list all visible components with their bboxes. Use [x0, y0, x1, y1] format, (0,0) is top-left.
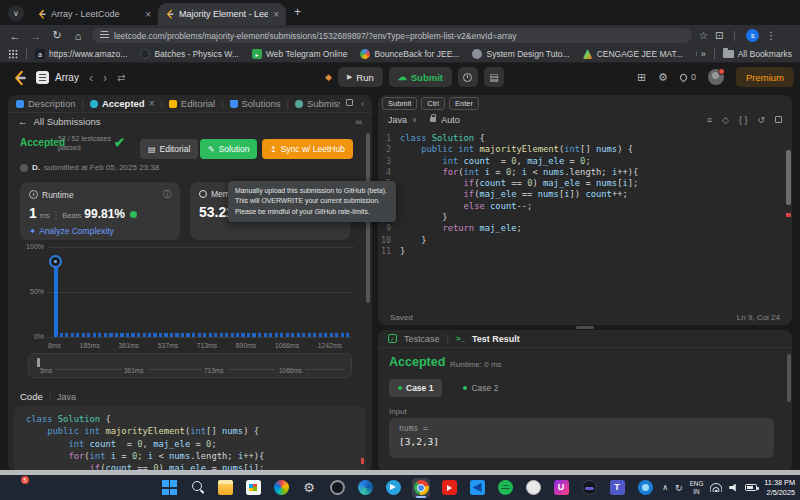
- editor-code-area[interactable]: 1class Solution {2 public int majorityEl…: [378, 133, 784, 257]
- home-icon[interactable]: ⌂: [71, 30, 85, 42]
- tab-testcase[interactable]: Testcase: [404, 334, 440, 344]
- solution-button[interactable]: ✎ Solution: [200, 139, 257, 159]
- bookmark-icon[interactable]: ◇: [722, 115, 729, 125]
- taskbar-youtube-icon[interactable]: [440, 478, 458, 498]
- runtime-spike-bar[interactable]: [54, 261, 58, 338]
- problem-list-nav[interactable]: Array: [36, 71, 79, 84]
- bookmarks-overflow-icon[interactable]: »: [701, 49, 706, 59]
- all-bookmarks-button[interactable]: All Bookmarks: [723, 49, 792, 59]
- address-bar[interactable]: leetcode.com/problems/majority-element/s…: [92, 28, 692, 43]
- taskbar-camera-icon[interactable]: [328, 478, 346, 498]
- taskbar-python-icon[interactable]: [636, 478, 654, 498]
- bookmark-star-icon[interactable]: ☆: [699, 30, 708, 41]
- settings-gear-icon[interactable]: ⚙: [658, 71, 668, 84]
- taskbar-search-icon[interactable]: [188, 478, 206, 498]
- selected-runtime-marker[interactable]: [49, 255, 62, 268]
- taskbar-telegram-icon[interactable]: [384, 478, 402, 498]
- sync-leethub-button[interactable]: ↥ Sync w/ LeetHub: [262, 139, 353, 159]
- bookmark-item[interactable]: Web Telegram Online: [252, 49, 347, 59]
- tab-solutions[interactable]: Solutions: [230, 98, 281, 109]
- language-selector[interactable]: Java: [388, 115, 407, 125]
- taskbar-moon-icon[interactable]: [580, 478, 598, 498]
- share-link-icon[interactable]: ∞: [356, 117, 362, 127]
- forward-icon[interactable]: →: [29, 30, 43, 42]
- browser-tab-majority-element[interactable]: Majority Element - LeetCode ×: [158, 3, 286, 25]
- format-code-icon[interactable]: ≡: [707, 115, 712, 125]
- tab-test-result[interactable]: Test Result: [472, 334, 520, 344]
- language-indicator[interactable]: ENG IN: [690, 480, 704, 496]
- case-2-button[interactable]: Case 2: [454, 379, 507, 397]
- taskbar-photos-icon[interactable]: [272, 478, 290, 498]
- timer-button[interactable]: [458, 67, 478, 87]
- prev-problem-icon[interactable]: ‹: [89, 71, 93, 85]
- fullscreen-icon[interactable]: [775, 116, 782, 123]
- window-menu-button[interactable]: ∨: [8, 5, 24, 21]
- run-button[interactable]: ▶ Run: [338, 67, 383, 87]
- browser-menu-icon[interactable]: ⋮: [766, 30, 776, 41]
- tab-close-icon[interactable]: ×: [145, 9, 151, 20]
- tab-submissions[interactable]: Submissions: [295, 98, 340, 109]
- panel-resize-handle[interactable]: [576, 326, 594, 329]
- submit-button[interactable]: ☁ Submit: [389, 67, 452, 87]
- reset-code-icon[interactable]: ↺: [757, 115, 765, 125]
- taskbar-explorer-icon[interactable]: [216, 478, 234, 498]
- taskbar-store-icon[interactable]: [244, 478, 262, 498]
- streak-counter[interactable]: 0: [680, 72, 696, 82]
- taskbar-intellij-icon[interactable]: [552, 478, 570, 498]
- browser-profile-avatar[interactable]: s: [746, 29, 759, 42]
- clock-datetime[interactable]: 11:38 PM 2/5/2025: [764, 478, 795, 497]
- maximize-panel-icon[interactable]: [346, 99, 353, 106]
- user-avatar[interactable]: [708, 69, 724, 85]
- taskbar-start-icon[interactable]: [160, 478, 178, 498]
- next-problem-icon[interactable]: ›: [103, 71, 107, 85]
- info-icon[interactable]: ⓘ: [163, 189, 171, 200]
- taskbar-settings-icon[interactable]: [300, 478, 318, 498]
- new-tab-button[interactable]: +: [294, 5, 301, 19]
- tab-accepted[interactable]: Accepted×: [90, 98, 155, 109]
- submitted-code-block[interactable]: class Solution { public int majorityElem…: [14, 406, 366, 472]
- taskbar-chatgpt-icon[interactable]: [524, 478, 542, 498]
- layout-icon[interactable]: ⊞: [637, 71, 646, 84]
- analyze-complexity-link[interactable]: ✦ Analyze Complexity: [29, 226, 171, 236]
- site-info-icon[interactable]: [100, 31, 109, 40]
- premium-button[interactable]: Premium: [736, 67, 794, 87]
- bookmark-item[interactable]: prayas 2.0 2023: [696, 49, 697, 59]
- shuffle-icon[interactable]: ⇄: [117, 72, 125, 83]
- collapse-panel-icon[interactable]: ‹: [361, 99, 364, 109]
- battery-icon[interactable]: [745, 484, 757, 491]
- input-box[interactable]: nums = [3,2,3]: [389, 418, 774, 458]
- editor-scrollbar[interactable]: [786, 150, 791, 205]
- tab-close-icon[interactable]: ×: [149, 98, 155, 109]
- tray-chevron-icon[interactable]: ∧: [662, 483, 668, 492]
- taskbar-teams-icon[interactable]: [608, 478, 626, 498]
- bookmark-item[interactable]: System Design Tuto...: [472, 49, 569, 59]
- tab-description[interactable]: Description: [16, 98, 76, 109]
- extensions-icon[interactable]: ⊡: [715, 30, 723, 41]
- leetcode-logo[interactable]: [12, 70, 26, 86]
- all-submissions-row[interactable]: ← All Submissions ∞: [8, 113, 372, 130]
- notes-button[interactable]: ▤: [484, 67, 504, 87]
- taskbar-edge-icon[interactable]: [356, 478, 374, 498]
- taskbar-pinned-doc-app[interactable]: 5: [10, 479, 25, 496]
- tab-editorial[interactable]: Editorial: [169, 98, 215, 109]
- bookmark-item[interactable]: BounceBack for JEE...: [360, 49, 459, 59]
- taskbar-spotify-icon[interactable]: [496, 478, 514, 498]
- taskbar-chrome-icon[interactable]: [412, 478, 430, 498]
- debugger-icon[interactable]: ◆: [325, 72, 332, 82]
- wifi-icon[interactable]: [710, 483, 722, 492]
- browser-tab-array[interactable]: Array - LeetCode ×: [30, 3, 158, 25]
- braces-icon[interactable]: { }: [739, 115, 748, 125]
- editorial-button[interactable]: ▤ Editorial: [140, 139, 198, 159]
- chart-range-brush[interactable]: 5ms361ms713ms1066ms: [28, 353, 352, 378]
- bookmark-item[interactable]: https://www.amazo...: [35, 49, 127, 59]
- reload-icon[interactable]: ↻: [50, 29, 64, 42]
- bookmark-item[interactable]: Batches - Physics W...: [140, 49, 239, 59]
- back-icon[interactable]: ←: [8, 30, 22, 42]
- case-1-button[interactable]: Case 1: [389, 379, 442, 397]
- update-arrow-icon[interactable]: ↻: [675, 483, 683, 493]
- bookmark-item[interactable]: CENGAGE JEE MAT...: [583, 49, 683, 59]
- apps-grid-icon[interactable]: [8, 49, 18, 59]
- volume-icon[interactable]: [729, 484, 738, 492]
- tab-close-icon[interactable]: ×: [273, 9, 279, 20]
- cursor-position[interactable]: Ln 9, Col 24: [737, 313, 780, 322]
